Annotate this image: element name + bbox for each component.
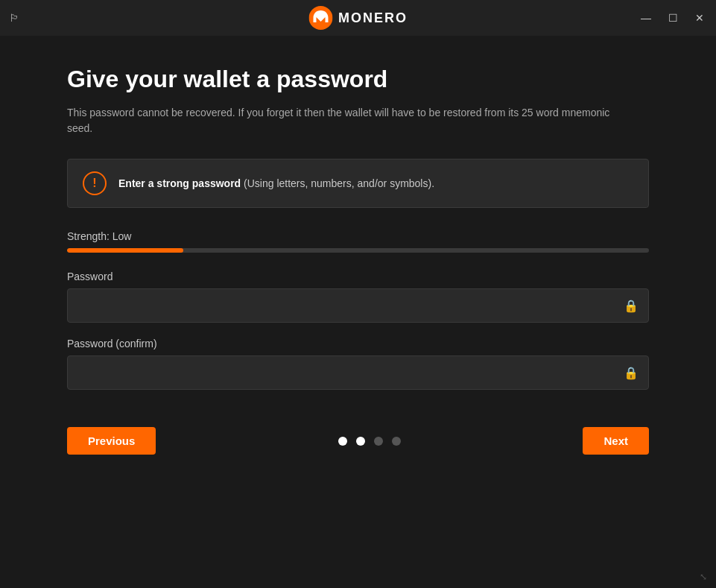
minimize-button[interactable]: —: [639, 10, 653, 25]
password-input[interactable]: [67, 288, 649, 323]
page-description: This password cannot be recovered. If yo…: [67, 105, 633, 136]
password-input-wrapper: 🔒: [67, 288, 649, 323]
password-label: Password: [67, 271, 649, 282]
next-button[interactable]: Next: [583, 427, 649, 455]
strength-bar-fill: [67, 248, 183, 253]
monero-logo-icon: [308, 6, 332, 30]
resize-handle[interactable]: ⤡: [700, 572, 712, 584]
main-content: Give your wallet a password This passwor…: [0, 36, 716, 484]
step-dot-2: [356, 437, 365, 446]
titlebar-left: 🏳: [9, 12, 19, 24]
page-title: Give your wallet a password: [67, 66, 649, 93]
flag-icon: 🏳: [9, 12, 19, 24]
warning-icon: !: [83, 171, 107, 195]
step-dot-1: [338, 437, 347, 446]
strength-bar-container: [67, 248, 649, 253]
maximize-button[interactable]: ☐: [665, 10, 680, 25]
titlebar-right: — ☐ ✕: [639, 10, 707, 25]
password-confirm-input[interactable]: [67, 355, 649, 390]
bottom-navigation: Previous Next: [67, 427, 649, 455]
previous-button[interactable]: Previous: [67, 427, 156, 455]
warning-bold-text: Enter a strong password: [118, 177, 241, 189]
titlebar-center: MONERO: [308, 6, 408, 30]
lock-confirm-icon: 🔒: [624, 366, 639, 380]
titlebar: 🏳 MONERO — ☐ ✕: [0, 0, 716, 36]
app-title: MONERO: [338, 10, 408, 26]
close-button[interactable]: ✕: [692, 10, 707, 25]
strength-label: Strength: Low: [67, 230, 649, 242]
password-confirm-input-wrapper: 🔒: [67, 355, 649, 390]
lock-icon: 🔒: [624, 299, 639, 313]
step-dot-4: [392, 437, 401, 446]
password-confirm-label: Password (confirm): [67, 338, 649, 350]
warning-normal-text: (Using letters, numbers, and/or symbols)…: [241, 177, 434, 189]
step-dots: [338, 437, 401, 446]
warning-text: Enter a strong password (Using letters, …: [118, 177, 434, 189]
warning-box: ! Enter a strong password (Using letters…: [67, 159, 649, 208]
step-dot-3: [374, 437, 383, 446]
